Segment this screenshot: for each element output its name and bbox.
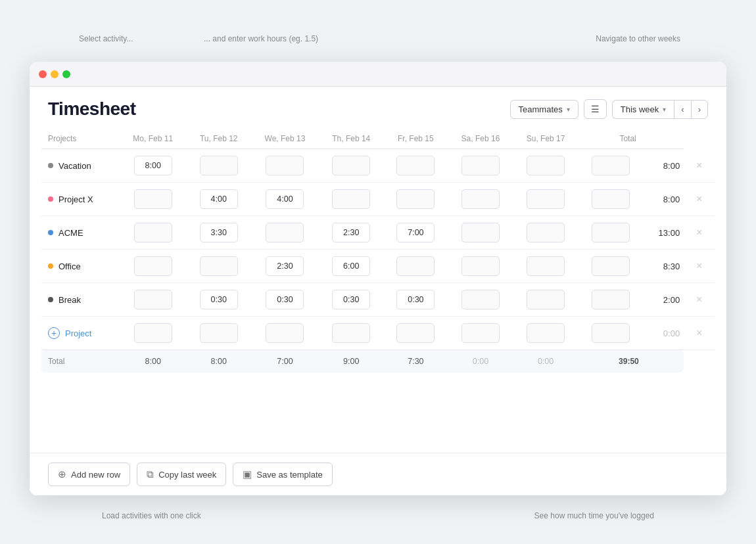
time-input[interactable] bbox=[527, 256, 565, 276]
time-input[interactable] bbox=[134, 290, 172, 309]
time-cell bbox=[319, 250, 383, 283]
time-input[interactable] bbox=[266, 189, 304, 209]
header-controls: Teammates ▾ ☰ This week ▾ ‹ › bbox=[510, 99, 708, 119]
project-name-cell: Project X bbox=[41, 183, 120, 216]
time-cell bbox=[187, 183, 251, 216]
table-header-row: Projects Mo, Feb 11 Tu, Feb 12 We, Feb 1… bbox=[41, 129, 715, 149]
next-week-button[interactable]: › bbox=[691, 100, 708, 119]
col-header-projects: Projects bbox=[41, 129, 120, 149]
time-input[interactable] bbox=[527, 223, 565, 242]
time-input[interactable] bbox=[396, 256, 435, 276]
time-input[interactable] bbox=[461, 290, 500, 309]
time-input[interactable] bbox=[461, 223, 500, 242]
time-input[interactable] bbox=[266, 223, 304, 242]
time-input[interactable] bbox=[396, 290, 435, 309]
project-color-dot bbox=[48, 196, 53, 202]
time-input[interactable] bbox=[332, 323, 370, 343]
time-input[interactable] bbox=[134, 323, 172, 343]
time-input[interactable] bbox=[200, 323, 238, 343]
list-view-button[interactable]: ☰ bbox=[584, 99, 607, 119]
time-input[interactable] bbox=[266, 256, 304, 276]
time-input[interactable] bbox=[200, 256, 238, 276]
time-input[interactable] bbox=[332, 156, 370, 175]
time-input[interactable] bbox=[592, 323, 630, 343]
table-row: Project X8:00× bbox=[41, 183, 715, 216]
time-input[interactable] bbox=[461, 256, 500, 276]
time-input[interactable] bbox=[527, 323, 565, 343]
chevron-down-icon: ▾ bbox=[663, 106, 666, 113]
time-input[interactable] bbox=[527, 189, 565, 209]
time-cell bbox=[120, 216, 187, 250]
time-cell bbox=[319, 149, 383, 183]
time-input[interactable] bbox=[527, 290, 565, 309]
time-cell bbox=[579, 317, 643, 350]
time-input[interactable] bbox=[200, 290, 238, 309]
time-input[interactable] bbox=[592, 256, 630, 276]
time-cell bbox=[319, 216, 383, 250]
time-cell bbox=[120, 283, 187, 317]
time-input[interactable] bbox=[266, 290, 304, 309]
save-as-template-button[interactable]: ▣ Save as template bbox=[233, 463, 332, 486]
project-label: Vacation bbox=[59, 161, 91, 171]
delete-row-button[interactable]: × bbox=[692, 157, 706, 174]
time-input[interactable] bbox=[396, 323, 435, 343]
time-input[interactable] bbox=[134, 256, 172, 276]
day-total-cell: 39:50 bbox=[579, 350, 643, 373]
time-input[interactable] bbox=[527, 156, 565, 175]
add-project-button[interactable]: +Project bbox=[48, 327, 116, 339]
delete-row-button[interactable]: × bbox=[692, 224, 706, 241]
time-cell bbox=[251, 317, 319, 350]
day-total-cell: 8:00 bbox=[187, 350, 251, 373]
time-input[interactable] bbox=[134, 189, 172, 209]
add-new-row-button[interactable]: ⊕ Add new row bbox=[48, 463, 130, 486]
time-input[interactable] bbox=[592, 290, 630, 309]
time-input[interactable] bbox=[200, 189, 238, 209]
chevron-right-icon: › bbox=[698, 104, 701, 114]
delete-row-button[interactable]: × bbox=[692, 325, 706, 342]
time-input[interactable] bbox=[396, 189, 435, 209]
time-input[interactable] bbox=[396, 156, 435, 175]
time-input[interactable] bbox=[134, 223, 172, 242]
time-input[interactable] bbox=[592, 189, 630, 209]
time-cell bbox=[383, 149, 448, 183]
time-input[interactable] bbox=[592, 156, 630, 175]
previous-week-button[interactable]: ‹ bbox=[674, 100, 690, 119]
time-input[interactable] bbox=[332, 189, 370, 209]
time-cell bbox=[579, 183, 643, 216]
table-row: Office8:30× bbox=[41, 250, 715, 283]
col-header-fri: Fr, Feb 15 bbox=[383, 129, 448, 149]
time-input[interactable] bbox=[134, 156, 172, 175]
table-row: Vacation8:00× bbox=[41, 149, 715, 183]
time-input[interactable] bbox=[592, 223, 630, 242]
delete-row-button[interactable]: × bbox=[692, 191, 706, 208]
time-input[interactable] bbox=[332, 223, 370, 242]
time-input[interactable] bbox=[332, 290, 370, 309]
time-input[interactable] bbox=[461, 323, 500, 343]
col-header-sun: Su, Feb 17 bbox=[513, 129, 579, 149]
time-input[interactable] bbox=[332, 256, 370, 276]
minimize-dot[interactable] bbox=[51, 70, 59, 78]
time-cell bbox=[448, 149, 513, 183]
time-input[interactable] bbox=[266, 156, 304, 175]
time-cell bbox=[513, 216, 579, 250]
time-input[interactable] bbox=[266, 323, 304, 343]
project-label: ACME bbox=[59, 228, 83, 238]
time-input[interactable] bbox=[200, 223, 238, 242]
delete-row-button[interactable]: × bbox=[692, 291, 706, 308]
copy-last-week-button[interactable]: ⧉ Copy last week bbox=[137, 463, 226, 486]
this-week-button[interactable]: This week ▾ bbox=[612, 100, 674, 119]
close-dot[interactable] bbox=[39, 70, 47, 78]
teammates-button[interactable]: Teammates ▾ bbox=[510, 100, 579, 119]
delete-row-button[interactable]: × bbox=[692, 258, 706, 275]
time-cell bbox=[319, 183, 383, 216]
time-input[interactable] bbox=[461, 189, 500, 209]
time-cell bbox=[251, 250, 319, 283]
browser-window: Timesheet Teammates ▾ ☰ This week ▾ ‹ bbox=[30, 62, 726, 495]
time-input[interactable] bbox=[461, 156, 500, 175]
delete-cell: × bbox=[684, 250, 715, 283]
time-input[interactable] bbox=[396, 223, 435, 242]
row-total: 2:00 bbox=[643, 283, 684, 317]
maximize-dot[interactable] bbox=[62, 70, 70, 78]
table-row: ACME13:00× bbox=[41, 216, 715, 250]
time-input[interactable] bbox=[200, 156, 238, 175]
